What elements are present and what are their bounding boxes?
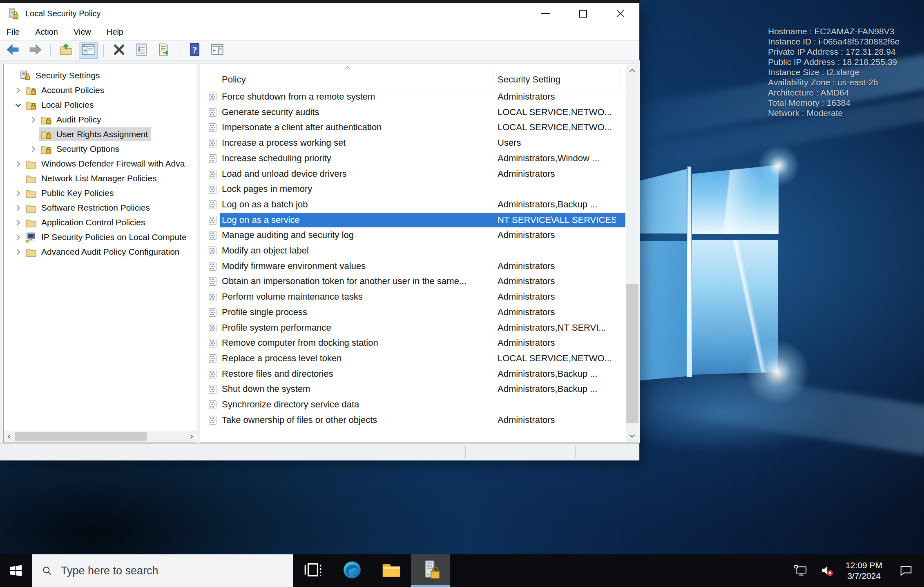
tree-item-network-list-manager-policies[interactable]: Network List Manager Policies <box>4 171 197 186</box>
scrollbar-thumb[interactable] <box>626 284 638 423</box>
column-divider[interactable] <box>493 68 493 85</box>
instance-info-line: Private IP Address : 172.31.28.94 <box>768 47 899 57</box>
tree-item-user-rights-assignment[interactable]: User Rights Assignment <box>4 127 197 142</box>
tree-item-content: Application Control Policies <box>24 216 148 229</box>
policy-row[interactable]: Profile system performanceAdministrators… <box>201 320 625 336</box>
scroll-up-button[interactable] <box>626 64 638 77</box>
tree-item-content: Account Policies <box>24 83 107 97</box>
policy-row[interactable]: Force shutdown from a remote systemAdmin… <box>201 89 625 105</box>
column-header-policy[interactable]: Policy <box>222 74 246 85</box>
edge-button[interactable] <box>333 554 372 587</box>
policy-row[interactable]: Modify an object label <box>201 243 625 259</box>
policy-row[interactable]: Increase a process working setUsers <box>201 136 625 151</box>
chevron-right-icon[interactable] <box>12 202 24 213</box>
start-button[interactable] <box>0 554 32 587</box>
tree-item-ip-security-policies-on-local-compute[interactable]: IP Security Policies on Local Compute <box>4 230 197 245</box>
policy-row[interactable]: Manage auditing and security logAdminist… <box>201 228 625 243</box>
taskbar-clock[interactable]: 12:09 PM 3/7/2024 <box>846 560 882 581</box>
file-explorer-button[interactable] <box>372 554 411 587</box>
policy-doc-icon <box>208 261 218 272</box>
tree-horizontal-scrollbar[interactable] <box>4 431 196 442</box>
minimize-button[interactable] <box>527 3 564 24</box>
menu-view[interactable]: View <box>66 27 99 37</box>
task-view-button[interactable] <box>293 554 333 587</box>
policy-row[interactable]: Synchronize directory service data <box>201 397 625 413</box>
chevron-right-icon[interactable] <box>12 232 24 242</box>
expander-spacer <box>12 173 24 184</box>
scroll-down-button[interactable] <box>626 430 638 442</box>
policy-row[interactable]: Perform volume maintenance tasksAdminist… <box>201 289 625 305</box>
policy-row[interactable]: Shut down the systemAdministrators,Backu… <box>201 382 625 397</box>
tree-item-account-policies[interactable]: Account Policies <box>4 83 197 98</box>
list-header: Policy Security Setting <box>201 64 638 89</box>
policy-row[interactable]: Lock pages in memory <box>201 182 625 197</box>
policy-row[interactable]: Remove computer from docking stationAdmi… <box>201 336 625 351</box>
scrollbar-thumb[interactable] <box>15 432 147 441</box>
volume-button[interactable] <box>819 564 834 577</box>
tree-item-advanced-audit-policy-configuration[interactable]: Advanced Audit Policy Configuration <box>4 245 197 259</box>
chevron-right-icon[interactable] <box>27 114 39 125</box>
chevron-right-icon[interactable] <box>12 85 24 96</box>
scroll-left-button[interactable] <box>4 431 15 442</box>
policy-row[interactable]: Load and unload device driversAdministra… <box>201 167 625 182</box>
delete-button[interactable] <box>109 42 128 59</box>
column-divider[interactable] <box>620 68 620 85</box>
tree-item-public-key-policies[interactable]: Public Key Policies <box>4 186 197 200</box>
menu-file[interactable]: File <box>2 27 27 37</box>
tree-item-application-control-policies[interactable]: Application Control Policies <box>4 215 197 230</box>
menu-help[interactable]: Help <box>99 27 131 37</box>
chevron-right-icon[interactable] <box>12 217 24 228</box>
status-bar-divider <box>465 446 466 458</box>
policy-name: Increase a process working set <box>222 138 346 148</box>
forward-button[interactable] <box>26 42 45 59</box>
policy-row[interactable]: Log on as a batch jobAdministrators,Back… <box>201 197 625 213</box>
policy-row[interactable]: Modify firmware environment valuesAdmini… <box>201 259 625 274</box>
security-setting-value: Administrators,NT SERVI... <box>498 322 606 333</box>
network-button[interactable] <box>793 564 808 577</box>
tree-item-software-restriction-policies[interactable]: Software Restriction Policies <box>4 200 197 215</box>
tree-item-audit-policy[interactable]: Audit Policy <box>4 112 197 127</box>
scroll-right-button[interactable] <box>186 431 196 442</box>
local-security-policy-button[interactable] <box>411 554 450 587</box>
tree-item-content: Advanced Audit Policy Configuration <box>24 245 183 259</box>
show-console-tree-button[interactable] <box>79 42 98 59</box>
menu-action[interactable]: Action <box>27 27 66 37</box>
export-list-button[interactable] <box>154 42 173 59</box>
policy-row[interactable]: Replace a process level tokenLOCAL SERVI… <box>201 351 625 367</box>
policy-row[interactable]: Generate security auditsLOCAL SERVICE,NE… <box>201 105 625 120</box>
chevron-down-icon[interactable] <box>12 100 24 110</box>
back-button[interactable] <box>3 42 22 59</box>
tree-item-security-options[interactable]: Security Options <box>4 142 197 156</box>
instance-info-line: Total Memory : 16384 <box>768 98 899 108</box>
column-header-security-setting[interactable]: Security Setting <box>498 74 560 85</box>
policy-row[interactable]: Take ownership of files or other objects… <box>201 413 625 428</box>
maximize-button[interactable] <box>564 3 602 24</box>
security-setting-value: Administrators <box>498 276 555 287</box>
properties-button[interactable] <box>132 42 151 59</box>
policy-doc-icon <box>208 107 218 118</box>
close-button[interactable] <box>602 3 639 24</box>
tree-item-local-policies[interactable]: Local Policies <box>4 98 197 112</box>
chevron-right-icon[interactable] <box>12 158 24 169</box>
policy-row[interactable]: Log on as a serviceNT SERVICE\ALL SERVIC… <box>201 213 625 228</box>
policy-row[interactable]: Restore files and directoriesAdministrat… <box>201 367 625 382</box>
chevron-right-icon[interactable] <box>27 144 39 154</box>
up-level-button[interactable] <box>56 42 75 59</box>
help-button[interactable]: ? <box>185 42 204 59</box>
policy-doc-icon <box>208 184 218 195</box>
chevron-right-icon[interactable] <box>12 188 24 198</box>
show-action-pane-button[interactable] <box>208 42 226 59</box>
folder-icon <box>25 217 38 228</box>
list-vertical-scrollbar[interactable] <box>626 64 638 442</box>
action-center-button[interactable] <box>894 565 913 577</box>
policy-row[interactable]: Obtain an impersonation token for anothe… <box>201 274 625 289</box>
search-input[interactable]: Type here to search <box>32 554 293 587</box>
policy-row[interactable]: Increase scheduling priorityAdministrato… <box>201 151 625 167</box>
chevron-right-icon[interactable] <box>12 247 24 257</box>
policy-row[interactable]: Profile single processAdministrators <box>201 305 625 320</box>
tree-item-windows-defender-firewall-with-adva[interactable]: Windows Defender Firewall with Adva <box>4 156 197 171</box>
folder-icon <box>25 173 38 184</box>
tree-item-security-settings[interactable]: Security Settings <box>4 68 197 83</box>
policy-row[interactable]: Impersonate a client after authenticatio… <box>201 120 625 136</box>
title-bar[interactable]: Local Security Policy <box>0 3 639 24</box>
